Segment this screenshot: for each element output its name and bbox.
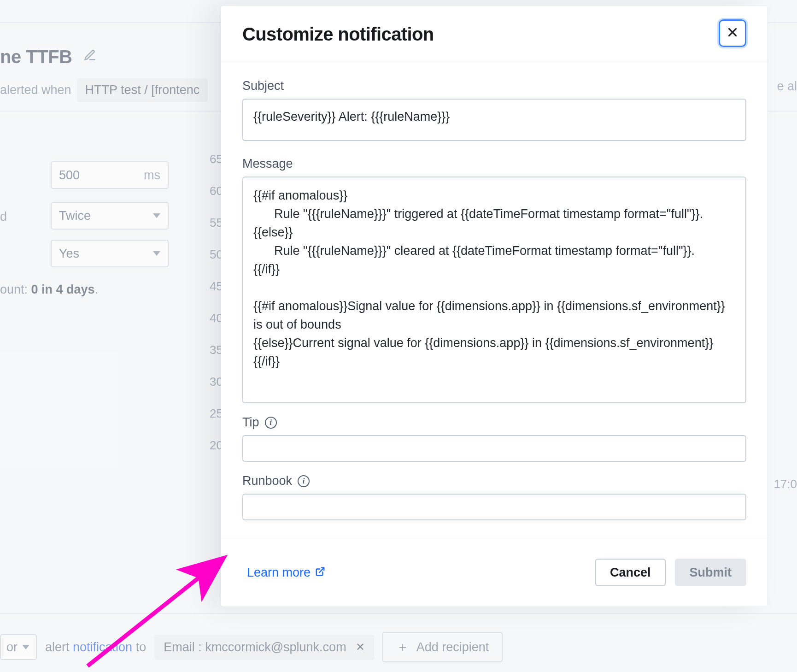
runbook-label: Runbook i (242, 474, 746, 488)
subject-label: Subject (242, 79, 746, 93)
message-label: Message (242, 157, 746, 171)
plus-icon: ＋ (396, 638, 409, 656)
tip-label: Tip i (242, 415, 746, 430)
info-icon[interactable]: i (298, 475, 310, 487)
page-title: ne TTFB (0, 45, 96, 67)
submit-button[interactable]: Submit (675, 559, 747, 586)
edit-icon[interactable] (83, 45, 96, 58)
runbook-input[interactable] (242, 494, 746, 520)
add-recipient-button[interactable]: ＋ Add recipient (382, 632, 503, 662)
chevron-down-icon (153, 251, 160, 256)
remove-recipient-icon[interactable]: ✕ (356, 641, 365, 654)
frequency-select[interactable]: Twice (51, 202, 169, 230)
subject-input[interactable]: {{ruleSeverity}} Alert: {{{ruleName}}} (242, 99, 746, 141)
customize-notification-modal: Customize notification Subject {{ruleSev… (221, 6, 768, 607)
alert-count: ount: 0 in 4 days. (0, 283, 98, 297)
cancel-button[interactable]: Cancel (595, 559, 666, 586)
recipients-row: or alert notification to Email : kmccorm… (0, 631, 797, 663)
info-icon[interactable]: i (265, 417, 277, 429)
message-input[interactable]: {{#if anomalous}} Rule "{{{ruleName}}}" … (242, 177, 746, 403)
alert-notification-text: alert notification to (45, 640, 146, 654)
chart-xaxis-label: 17:0 (774, 477, 797, 491)
threshold-input[interactable]: 500 ms (51, 161, 169, 189)
condition-mini-select[interactable]: or (0, 634, 37, 660)
modal-title: Customize notification (242, 24, 434, 45)
svg-line-2 (319, 567, 324, 572)
chevron-down-icon (153, 213, 160, 218)
label-fragment-d: d (0, 210, 7, 224)
chevron-down-icon (22, 645, 29, 649)
close-icon (727, 26, 738, 40)
tip-input[interactable] (242, 435, 746, 462)
yes-select[interactable]: Yes (51, 240, 169, 267)
recipient-chip[interactable]: Email : kmccormick@splunk.com ✕ (154, 635, 374, 660)
learn-more-link[interactable]: Learn more (247, 566, 325, 580)
test-chip[interactable]: HTTP test / [frontenc (77, 78, 208, 102)
external-link-icon (315, 566, 325, 580)
side-fragment: e al (777, 79, 797, 94)
close-button[interactable] (719, 19, 746, 47)
